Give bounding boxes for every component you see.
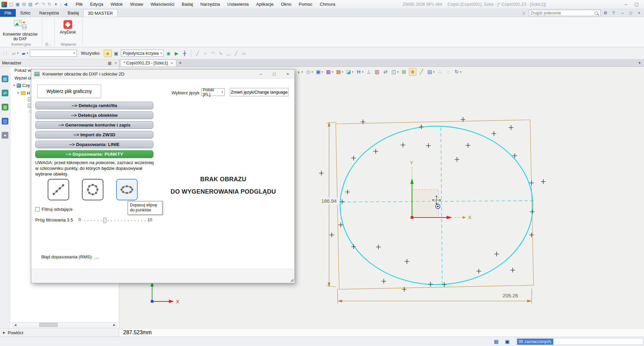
color-bars-icon[interactable]: ▥ [374,68,380,76]
constraint-display-icon[interactable]: ⊥ [365,68,372,76]
curve-mode-combo[interactable]: Pojedyncza krzywa▾ [121,50,164,57]
selected-point[interactable] [476,269,481,274]
command-search[interactable] [529,10,601,16]
filter-active-icon[interactable]: ◈ [104,50,112,57]
selected-point[interactable] [529,233,534,237]
plane-display-icon[interactable]: ▣▾ [315,68,323,76]
menu-pomoc[interactable]: Pomoc [295,0,316,9]
sheet-manage-icon[interactable]: ▰▾ [20,50,29,57]
chain-pick-icon[interactable]: ◉ [165,50,172,57]
menu-wstaw[interactable]: Wstaw [127,0,147,9]
edit-tool-icon[interactable]: ▱ [240,51,247,56]
selected-point[interactable] [442,282,447,287]
step-button--generowanie-konturów-i-zapis[interactable]: --> Generowanie konturów i zapis [35,121,153,129]
step-button--dopasowania-linie[interactable]: --> Dopasowania: LINIE [35,141,153,148]
dialog-maximize-button[interactable]: □ [268,69,281,79]
filter-all-label[interactable]: Wszystko [81,51,100,56]
circle-display-icon[interactable]: ◌ [445,68,452,76]
customize-caret-icon[interactable]: ▾ [53,0,59,9]
repeat-expander[interactable]: ▶ Powtórz [0,328,119,337]
dialog-close-button[interactable]: × [281,69,294,79]
swap-manager-icon[interactable]: ⇄ [2,90,8,96]
menu-edycja[interactable]: Edycja [86,0,107,9]
monitor-display-icon[interactable]: ▣ [504,338,511,345]
pick-mode-icon[interactable]: ▣ [112,50,120,57]
play-icon[interactable]: ▶ [173,50,180,57]
sheet-display-icon[interactable]: ◫▾ [390,68,399,76]
selection-set-combo[interactable]: ▾ [30,50,77,57]
new-tab-button[interactable]: + [176,59,184,66]
line-tool-icon[interactable]: ╱ [194,51,201,56]
anydesk-button[interactable]: AnyDesk [56,17,80,35]
language-select[interactable]: Polski [PL] ▾ [201,88,225,96]
fit-circle-button[interactable] [82,179,103,200]
selected-point[interactable] [509,125,513,130]
grid-toggle-icon[interactable]: ⊞ [401,68,407,76]
dock-panel-icon[interactable]: ▦ [108,61,111,65]
home-icon[interactable]: ⌂ [520,10,527,15]
hatch-grid-icon[interactable]: ▩▾ [335,68,343,76]
table-display-icon[interactable]: ▤▾ [426,68,435,76]
regen-view-icon[interactable]: ↻▾ [453,68,462,76]
dimension-height-value[interactable]: 166.94 [321,198,337,204]
select-file-button[interactable]: Wybierz plik graficzny [37,85,101,98]
selected-point[interactable] [401,143,405,147]
selected-point[interactable] [405,259,409,264]
scrollbar-thumb[interactable] [39,323,58,327]
doc-minimize-button[interactable]: – [618,9,627,17]
selected-point[interactable] [402,287,407,292]
ribbon-tab-3d-master[interactable]: 3D MASTER [83,9,118,17]
step-button--import-do-zw3d[interactable]: --> Import do ZW3D [35,131,153,139]
move-icon[interactable]: ╋ [181,50,188,57]
toolbar-grip[interactable]: ⋮⋮ [2,51,8,56]
fit-line-button[interactable] [48,179,69,200]
selected-point[interactable] [530,209,535,214]
step-button-active[interactable]: --> Dopasowanie: PUNKTY [35,150,153,158]
point-snap-icon[interactable]: ⊕ [409,68,416,76]
menu-plik[interactable]: Plik [72,0,86,9]
dialog-minimize-button[interactable]: – [254,69,268,79]
threshold-slider-thumb[interactable] [103,217,106,223]
tab-list-caret-icon[interactable]: ▼ [638,59,644,66]
selected-point[interactable] [510,268,515,273]
minimize-button[interactable]: – [620,0,631,9]
new-file-icon[interactable]: ▢ [8,0,14,9]
menu-ustawienia[interactable]: Ustawienia [224,0,252,9]
scroll-right-icon[interactable]: ▶ [112,324,117,327]
user-icon[interactable]: ● [2,132,8,139]
selected-point[interactable] [455,157,459,162]
table-toggle-icon[interactable]: ▦ [493,338,500,345]
close-icon[interactable]: × [171,61,173,65]
dxf-converter-button[interactable]: DXF Konwerter obrazów do DXF [1,17,39,41]
origin-point[interactable] [411,216,413,219]
arc-tool-icon[interactable]: ◠ [210,51,217,56]
sheet-new-icon[interactable]: ▱▾ [10,50,19,57]
gear-icon[interactable]: ⚙ [602,10,609,15]
fit-ellipse-button[interactable] [116,179,138,200]
tree-child-row[interactable]: ▼ H [17,91,30,96]
filter-outliers-row[interactable]: Filtruj odstające [35,207,73,212]
pattern-grid-icon[interactable]: ▦▾ [325,68,333,76]
menu-badaj[interactable]: Badaj [178,0,196,9]
ribbon-tab-narzędzia[interactable]: Narzędzia [35,9,63,17]
menu-aplikacje[interactable]: Aplikacje [252,0,277,9]
spline-tool-icon[interactable]: ∿ [217,51,224,56]
selected-point[interactable] [329,233,334,237]
ellipse-minor-axis[interactable] [441,128,442,284]
step-button--detekcja-obiektów[interactable]: --> Detekcja obiektów [35,111,153,119]
close-panel-icon[interactable]: × [114,61,117,65]
help-icon[interactable]: ? [610,10,617,15]
sketch-line-icon[interactable]: ╱ [418,68,425,76]
dimension-display-icon[interactable]: Ħ▾ [355,68,364,76]
expand-caret-icon[interactable]: ▼ [13,84,15,87]
library-icon[interactable]: ▥ [2,104,8,110]
search-input[interactable] [531,11,594,15]
dialog-titlebar[interactable]: Konwerter obrazów do DXF i szkiców 2D –□… [31,69,294,79]
open-file-icon[interactable]: ▣ [14,0,21,9]
swap-view-icon[interactable]: ⇄ [382,68,389,76]
menu-widok[interactable]: Widok [107,0,126,9]
step-button--detekcja-ramki-tła[interactable]: --> Detekcja ramki/tła [35,102,153,109]
selected-point[interactable] [494,252,499,256]
doc-restore-button[interactable]: □ [627,9,635,17]
menu-okno[interactable]: Okno [277,0,295,9]
